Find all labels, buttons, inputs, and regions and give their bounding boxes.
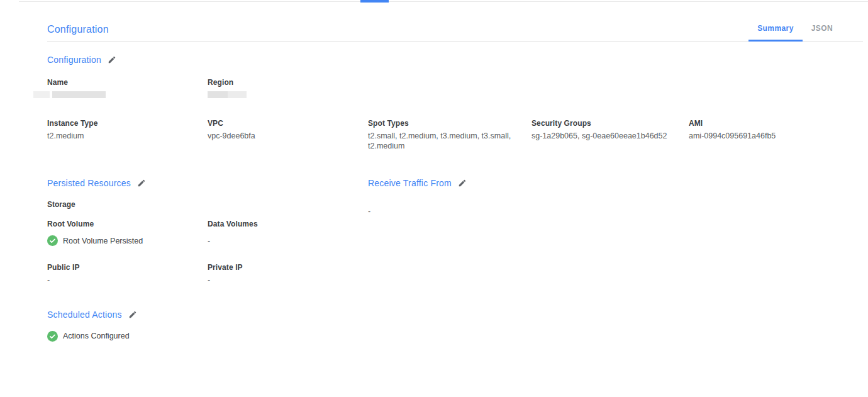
root-volume-field: Root Volume Root Volume Persisted	[47, 220, 208, 246]
persisted-resources-section: Persisted Resources Storage Root Volume …	[47, 178, 368, 286]
persisted-resources-heading-label: Persisted Resources	[47, 178, 131, 188]
redaction-block	[33, 91, 50, 98]
root-volume-status: Root Volume Persisted	[47, 235, 208, 246]
ip-row: Public IP - Private IP -	[47, 263, 368, 286]
scheduled-actions-status: Actions Configured	[47, 331, 855, 342]
page-header: Configuration Summary JSON	[47, 0, 863, 42]
private-ip-label: Private IP	[208, 263, 368, 272]
instance-type-value: t2.medium	[47, 131, 192, 142]
configuration-heading-label: Configuration	[47, 55, 101, 65]
private-ip-value: -	[208, 276, 368, 286]
spot-types-label: Spot Types	[368, 119, 516, 128]
region-label: Region	[208, 78, 368, 87]
region-redacted-value	[208, 91, 368, 98]
page-title: Configuration	[47, 24, 109, 41]
security-groups-value: sg-1a29b065, sg-0eae60eeae1b46d52	[531, 131, 674, 142]
public-ip-label: Public IP	[47, 263, 208, 272]
instance-type-field: Instance Type t2.medium	[47, 119, 208, 151]
persisted-resources-heading: Persisted Resources	[47, 178, 368, 188]
scheduled-actions-section: Scheduled Actions Actions Configured	[47, 310, 855, 342]
top-tab-bar-line	[19, 1, 868, 2]
middle-sections: Persisted Resources Storage Root Volume …	[47, 178, 855, 286]
configuration-row-2: Instance Type t2.medium VPC vpc-9dee6bfa…	[47, 119, 855, 151]
spot-types-value: t2.small, t2.medium, t3.medium, t3.small…	[368, 131, 516, 151]
redaction-block	[208, 91, 228, 98]
volumes-row: Root Volume Root Volume Persisted Data V…	[47, 220, 368, 246]
root-volume-status-text: Root Volume Persisted	[63, 237, 143, 245]
root-volume-label: Root Volume	[47, 220, 208, 228]
ami-label: AMI	[689, 119, 840, 128]
instance-type-label: Instance Type	[47, 119, 192, 128]
receive-traffic-section: Receive Traffic From -	[368, 178, 855, 286]
public-ip-value: -	[47, 276, 208, 286]
name-redacted-value	[33, 91, 208, 98]
configuration-section-heading: Configuration	[47, 55, 855, 65]
pencil-icon[interactable]	[128, 310, 137, 319]
configuration-row-1: Name Region	[47, 78, 855, 98]
pencil-icon[interactable]	[108, 55, 116, 64]
data-volumes-label: Data Volumes	[208, 220, 368, 228]
private-ip-field: Private IP -	[208, 263, 368, 286]
vpc-value: vpc-9dee6bfa	[208, 131, 353, 142]
data-volumes-field: Data Volumes -	[208, 220, 368, 246]
public-ip-field: Public IP -	[47, 263, 208, 286]
name-label: Name	[47, 78, 208, 87]
tab-summary[interactable]: Summary	[748, 24, 803, 41]
view-tabs: Summary JSON	[748, 24, 842, 41]
security-groups-label: Security Groups	[531, 119, 674, 128]
storage-subheading: Storage	[47, 200, 368, 209]
receive-traffic-heading: Receive Traffic From	[368, 178, 855, 188]
ami-value: ami-0994c095691a46fb5	[689, 131, 840, 142]
receive-traffic-value: -	[368, 207, 855, 216]
scheduled-actions-status-text: Actions Configured	[63, 332, 130, 340]
check-circle-icon	[47, 235, 58, 246]
receive-traffic-heading-label: Receive Traffic From	[368, 178, 452, 188]
tab-json[interactable]: JSON	[803, 24, 842, 41]
security-groups-field: Security Groups sg-1a29b065, sg-0eae60ee…	[531, 119, 689, 151]
vpc-label: VPC	[208, 119, 353, 128]
spot-types-field: Spot Types t2.small, t2.medium, t3.mediu…	[368, 119, 531, 151]
configuration-section: Configuration Name Region	[47, 55, 855, 151]
vpc-field: VPC vpc-9dee6bfa	[208, 119, 368, 151]
redaction-block	[52, 91, 106, 98]
pencil-icon[interactable]	[137, 179, 146, 187]
scheduled-actions-heading: Scheduled Actions	[47, 310, 855, 320]
active-tab-indicator	[360, 0, 389, 3]
pencil-icon[interactable]	[458, 179, 467, 187]
ami-field: AMI ami-0994c095691a46fb5	[689, 119, 855, 151]
name-field: Name	[47, 78, 208, 98]
check-circle-icon	[47, 331, 58, 342]
region-field: Region	[208, 78, 368, 98]
scheduled-actions-heading-label: Scheduled Actions	[47, 310, 122, 320]
redaction-block	[228, 91, 247, 98]
data-volumes-value: -	[208, 237, 368, 245]
page-content: Configuration Name Region	[47, 55, 855, 342]
